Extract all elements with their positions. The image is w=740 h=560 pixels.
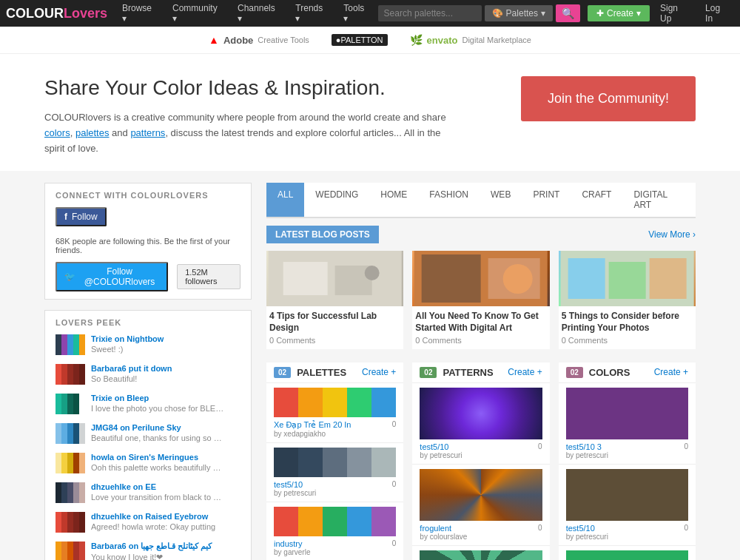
tab-digital-art[interactable]: DIGITAL ART [622, 183, 696, 217]
swatch-color [323, 448, 347, 477]
palette-name-1[interactable]: Xe Đạp Trẻ Em 20 In [274, 420, 396, 430]
peek-title-3[interactable]: JMG84 on Perilune Sky [91, 423, 224, 432]
color-name-1[interactable]: test5/10 3 [566, 442, 688, 451]
swatch-color [67, 394, 73, 414]
nav-search-area: 🎨 Palettes ▾ 🔍 ✚ Create ▾ Sign Up Log In [378, 3, 734, 24]
svg-point-3 [365, 266, 380, 280]
palette-author-2: by petrescuri [274, 489, 396, 497]
create-btn[interactable]: ✚ Create ▾ [588, 5, 650, 21]
palette-name-3[interactable]: industry [274, 539, 396, 548]
hero-section: Share Your Color Ideas & Inspiration. CO… [0, 54, 740, 171]
svg-rect-11 [649, 258, 686, 299]
tab-print[interactable]: PRINT [522, 183, 571, 217]
nav-browse[interactable]: Browse ▾ [115, 0, 165, 27]
blog-svg-1 [266, 251, 403, 306]
blog-title-2: All You Need To Know To Get Started With… [412, 306, 549, 335]
tab-fashion[interactable]: FASHION [418, 183, 480, 217]
peek-title-0[interactable]: Trixie on Nightbow [91, 334, 164, 343]
peek-info-4: howla on Siren's MeringuesOoh this palet… [91, 453, 224, 472]
sponsor-adobe[interactable]: ▲ Adobe Creative Tools [209, 34, 309, 46]
swatch-color [61, 423, 67, 444]
blog-title-1: 4 Tips for Successful Lab Design [266, 306, 403, 335]
swatch-color [61, 334, 67, 355]
swatch-color [56, 423, 61, 444]
signup-btn[interactable]: Sign Up [653, 3, 695, 24]
pattern-img-3 [420, 550, 542, 560]
swatch-color [79, 482, 85, 503]
tab-web[interactable]: WEB [480, 183, 522, 217]
join-community-btn[interactable]: Join the Community! [521, 76, 696, 121]
swatch-color [73, 453, 79, 473]
twitter-follow-btn[interactable]: 🐦 Follow @COLOURlovers [56, 262, 168, 291]
nav-tools[interactable]: Tools ▾ [336, 0, 377, 27]
palettes-btn-label: Palettes [506, 8, 538, 18]
search-submit-btn[interactable]: 🔍 [556, 4, 580, 22]
palette-item-2: 0 test5/10 by petrescuri [266, 442, 403, 502]
peek-item-0: Trixie on NightbowSweet! :) [56, 334, 240, 355]
patterns-link[interactable]: patterns [130, 127, 165, 138]
palettes-dropdown-btn[interactable]: 🎨 Palettes ▾ [485, 5, 553, 21]
nav-community[interactable]: Community ▾ [165, 0, 230, 27]
color-swatch-2 [566, 469, 688, 521]
tab-home[interactable]: HOME [369, 183, 418, 217]
sponsor-paletton[interactable]: ●PALETTON [332, 34, 388, 46]
peek-title-7[interactable]: Barbara6 on كيم كيٹاتلح قـاطع جهيا [91, 542, 212, 551]
swatch-color [73, 512, 79, 533]
patterns-section: 02 PATTERNS Create + 0 test5/10 by petre… [412, 362, 549, 560]
color-author-1: by petrescuri [566, 451, 688, 459]
colors-link[interactable]: colors [44, 127, 70, 138]
palettes-link[interactable]: palettes [75, 127, 110, 138]
swatch-color [67, 482, 73, 503]
pattern-name-2[interactable]: frogulent [420, 524, 542, 533]
color-swatch-1 [566, 388, 688, 439]
nav-trends[interactable]: Trends ▾ [288, 0, 336, 27]
nav-channels[interactable]: Channels ▾ [230, 0, 288, 27]
connect-box: CONNECT WITH COLOURLOVERS f Follow 68K p… [44, 183, 252, 300]
create-icon: ✚ [596, 8, 604, 18]
patterns-num: 02 [420, 367, 437, 378]
pattern-item-1: 0 test5/10 by petrescuri [412, 382, 549, 464]
color-name-2[interactable]: test5/10 [566, 524, 688, 533]
patterns-create-link[interactable]: Create + [508, 367, 542, 377]
right-content: ALL WEDDING HOME FASHION WEB PRINT CRAFT… [266, 183, 696, 560]
pattern-img-2 [420, 469, 542, 521]
blog-card-2: All You Need To Know To Get Started With… [412, 251, 549, 348]
swatch-color [347, 507, 371, 536]
search-input[interactable] [378, 5, 482, 21]
blog-img-1 [266, 251, 403, 306]
patterns-header: 02 PATTERNS Create + [412, 362, 549, 382]
peek-items-list: Trixie on NightbowSweet! :)Barbara6 put … [56, 334, 240, 560]
palettes-header-left: 02 PALETTES [274, 367, 346, 378]
peek-swatch-2 [56, 394, 85, 414]
pattern-likes-2: 0 [538, 524, 542, 532]
peek-title-2[interactable]: Trixie on Bleep [91, 394, 224, 402]
palette-name-2[interactable]: test5/10 [274, 480, 396, 489]
pattern-name-1[interactable]: test5/10 [420, 442, 542, 451]
peek-item-7: Barbara6 on كيم كيٹاتلح قـاطع جهياYou kn… [56, 542, 240, 560]
peek-title-4[interactable]: howla on Siren's Meringues [91, 453, 224, 462]
color-likes-1: 0 [684, 442, 688, 451]
swatch-color [298, 448, 323, 477]
peek-title-1[interactable]: Barbara6 put it down [91, 364, 172, 373]
colors-create-link[interactable]: Create + [654, 367, 688, 377]
lovers-peek-box: LOVERS PEEK Trixie on NightbowSweet! :)B… [44, 310, 252, 560]
palette-swatch-2 [274, 448, 396, 477]
palette-author-1: by xedapgiakho [274, 430, 396, 438]
tab-wedding[interactable]: WEDDING [304, 183, 369, 217]
tab-craft[interactable]: CRAFT [571, 183, 622, 217]
swatch-color [274, 507, 298, 536]
peek-title-5[interactable]: dhzuehlke on EE [91, 482, 224, 491]
peek-title-6[interactable]: dhzuehlke on Raised Eyebrow [91, 512, 215, 521]
login-btn[interactable]: Log In [698, 3, 734, 24]
sponsor-envato[interactable]: 🌿 envato Digital Marketplace [410, 34, 531, 46]
fb-follow-btn[interactable]: f Follow [56, 207, 107, 226]
view-more-link[interactable]: View More › [648, 229, 696, 240]
swatch-color [56, 364, 61, 385]
palettes-create-link[interactable]: Create + [362, 367, 396, 377]
site-logo[interactable]: COLOURLovers [6, 6, 107, 21]
palette-icon: 🎨 [492, 8, 503, 18]
tab-all[interactable]: ALL [266, 183, 304, 217]
peek-desc-0: Sweet! :) [91, 345, 164, 354]
peek-swatch-4 [56, 453, 85, 473]
category-tabs: ALL WEDDING HOME FASHION WEB PRINT CRAFT… [266, 183, 696, 218]
